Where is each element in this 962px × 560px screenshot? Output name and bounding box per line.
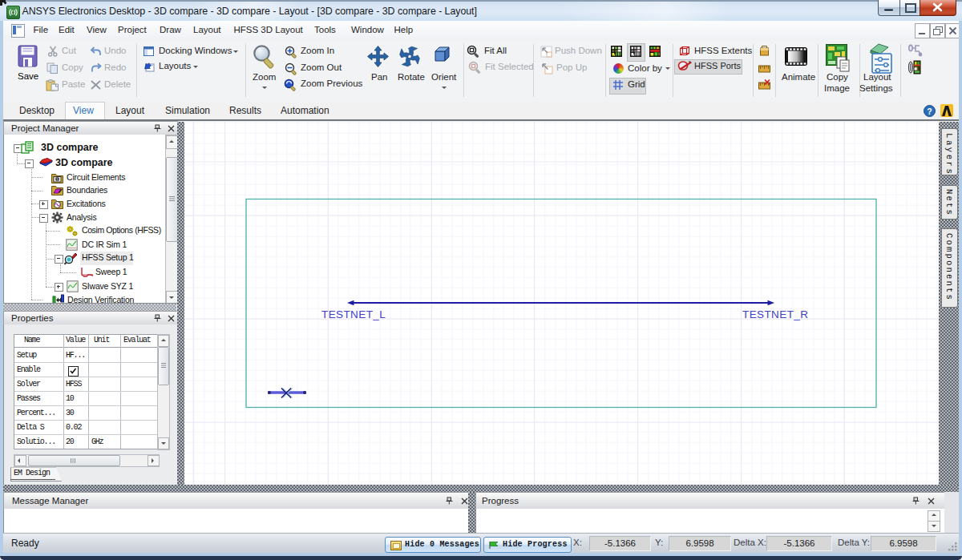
svg-text:TESTNET_R: TESTNET_R	[742, 308, 808, 320]
svg-text:TESTNET_L: TESTNET_L	[321, 308, 386, 320]
